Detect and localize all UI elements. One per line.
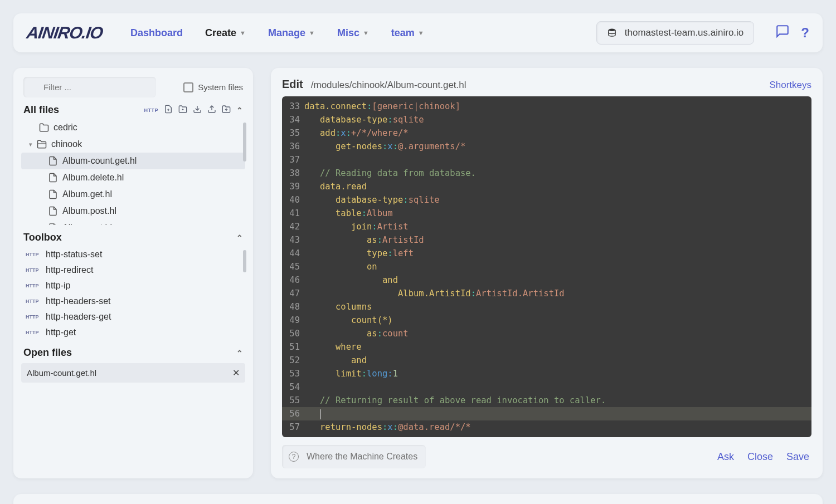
topbar-icons: ? — [775, 24, 809, 42]
main: System files All files HTTP ⌃ ▸ cedric — [13, 68, 823, 478]
checkbox-icon — [183, 82, 193, 92]
file-item[interactable]: Album.put.hl — [21, 219, 245, 225]
ai-prompt-input[interactable] — [282, 445, 426, 468]
toolbox-name: http-headers-get — [46, 312, 111, 322]
database-icon — [607, 28, 617, 38]
file-name: Album.get.hl — [62, 189, 112, 199]
file-icon — [48, 206, 58, 216]
collapse-icon[interactable]: ⌃ — [236, 349, 243, 358]
http-badge-icon: HTTP — [26, 299, 41, 304]
chat-icon[interactable] — [775, 24, 790, 42]
chevron-down-icon: ▼ — [240, 30, 246, 36]
file-name: Album.delete.hl — [62, 173, 124, 183]
file-tree: ▸ cedric ▾ chinook Album-count.get.hl Al… — [19, 119, 247, 225]
all-files-header: All files HTTP ⌃ — [19, 97, 247, 119]
nav-misc[interactable]: Misc ▼ — [332, 23, 375, 43]
toolbox-item[interactable]: HTTPhttp-headers-set — [21, 293, 245, 309]
ask-button[interactable]: Ask — [715, 448, 736, 466]
filter-input[interactable] — [23, 77, 156, 97]
team-display[interactable]: thomastest-team.us.ainiro.io — [596, 21, 755, 45]
folder-icon — [39, 123, 49, 133]
toolbox-header: Toolbox ⌃ — [19, 225, 247, 247]
help-icon[interactable]: ? — [801, 25, 809, 41]
http-badge-icon: HTTP — [26, 267, 41, 273]
folder-item[interactable]: ▸ cedric — [21, 119, 245, 136]
help-circle-icon: ? — [289, 452, 299, 462]
nav-team-label: team — [391, 27, 415, 39]
file-item[interactable]: Album.post.hl — [21, 203, 245, 219]
download-icon[interactable] — [193, 105, 202, 115]
toolbox-list: HTTPhttp-status-set HTTPhttp-redirect HT… — [19, 247, 247, 340]
upload-folder-icon[interactable] — [222, 105, 231, 115]
nav-create[interactable]: Create ▼ — [200, 23, 251, 43]
collapse-icon[interactable]: ⌃ — [236, 233, 243, 242]
scrollbar[interactable] — [243, 250, 246, 272]
chevron-down-icon: ▼ — [309, 30, 315, 36]
collapse-icon[interactable]: ⌃ — [236, 106, 243, 115]
nav-misc-label: Misc — [337, 27, 359, 39]
scrollbar[interactable] — [243, 123, 246, 162]
toolbox-item[interactable]: HTTPhttp-ip — [21, 278, 245, 293]
toolbox-title: Toolbox — [23, 232, 62, 243]
team-display-text: thomastest-team.us.ainiro.io — [625, 27, 744, 38]
svg-point-0 — [609, 29, 615, 32]
editor-header: Edit /modules/chinook/Album-count.get.hl… — [282, 78, 811, 96]
system-files-checkbox[interactable]: System files — [183, 82, 243, 92]
toolbox-name: http-status-set — [46, 249, 102, 260]
file-item[interactable]: Album.delete.hl — [21, 169, 245, 186]
http-badge-icon: HTTP — [26, 330, 41, 335]
folder-name: chinook — [51, 139, 82, 149]
nav-dashboard[interactable]: Dashboard — [125, 23, 188, 43]
chevron-down-icon: ▾ — [29, 141, 32, 148]
http-badge-icon: HTTP — [26, 252, 41, 257]
footer: Terms & conditions | Privacy policy Host… — [13, 494, 823, 504]
http-badge-icon: HTTP — [26, 314, 41, 320]
file-name: Album-count.get.hl — [62, 156, 137, 166]
new-folder-icon[interactable] — [178, 105, 187, 115]
file-icon — [48, 173, 58, 183]
folder-item[interactable]: ▾ chinook — [21, 136, 245, 153]
chevron-down-icon: ▼ — [363, 30, 369, 36]
file-icon — [48, 223, 58, 225]
toolbox-item[interactable]: HTTPhttp-redirect — [21, 262, 245, 278]
file-item[interactable]: Album-count.get.hl — [21, 153, 245, 169]
toolbox-item[interactable]: HTTPhttp-headers-get — [21, 309, 245, 325]
nav-team[interactable]: team ▼ — [386, 23, 430, 43]
http-badge-icon: HTTP — [26, 283, 41, 288]
nav-create-label: Create — [205, 27, 236, 39]
editor-title: Edit — [282, 78, 303, 91]
brand-logo: AINIRO.IO — [26, 23, 104, 42]
toolbox-item[interactable]: HTTPhttp-status-set — [21, 247, 245, 262]
topbar: AINIRO.IO Dashboard Create ▼ Manage ▼ Mi… — [13, 13, 823, 52]
folder-name: cedric — [54, 123, 77, 133]
prompt-row: ? Ask Close Save — [282, 445, 811, 468]
toolbox-name: http-headers-set — [46, 296, 111, 306]
file-name: Album.post.hl — [62, 206, 116, 216]
toolbox-name: http-get — [46, 327, 76, 337]
editor-path: /modules/chinook/Album-count.get.hl — [311, 80, 466, 91]
open-file-name: Album-count.get.hl — [27, 368, 96, 378]
file-name: Album.put.hl — [62, 223, 112, 225]
close-button[interactable]: Close — [745, 448, 775, 466]
system-files-label: System files — [198, 82, 243, 92]
save-button[interactable]: Save — [784, 448, 811, 466]
http-badge-icon[interactable]: HTTP — [144, 107, 159, 113]
upload-icon[interactable] — [207, 105, 216, 115]
file-icon — [48, 189, 58, 199]
editor-panel: Edit /modules/chinook/Album-count.get.hl… — [271, 68, 823, 478]
open-file-item[interactable]: Album-count.get.hl ✕ — [21, 363, 245, 383]
toolbox-item[interactable]: HTTPhttp-get — [21, 325, 245, 340]
file-icon — [48, 156, 58, 166]
toolbox-name: http-ip — [46, 281, 70, 291]
nav-manage[interactable]: Manage ▼ — [263, 23, 320, 43]
toolbox-name: http-redirect — [46, 265, 93, 275]
chevron-down-icon: ▼ — [418, 30, 424, 36]
code-editor[interactable]: 33data.connect:[generic|chinook]34 datab… — [282, 96, 811, 437]
file-item[interactable]: Album.get.hl — [21, 186, 245, 203]
open-files-header: Open files ⌃ — [19, 340, 247, 362]
new-file-icon[interactable] — [164, 105, 173, 115]
open-files-title: Open files — [23, 347, 72, 359]
all-files-title: All files — [23, 104, 59, 116]
close-icon[interactable]: ✕ — [232, 368, 240, 378]
shortkeys-link[interactable]: Shortkeys — [769, 80, 811, 91]
